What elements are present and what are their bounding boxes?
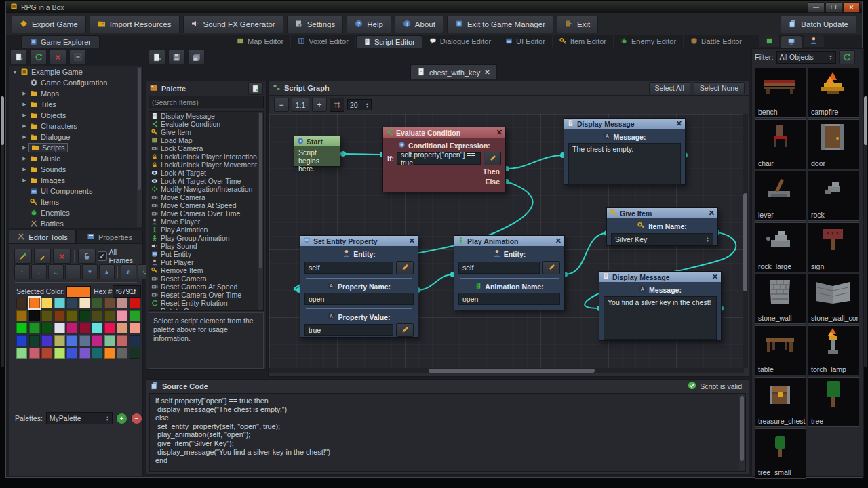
- palette-item-reset-camera-over-time[interactable]: Reset Camera Over Time: [149, 291, 263, 299]
- tab-dialogue-editor[interactable]: Dialogue Editor: [422, 35, 498, 47]
- palette-item-play-animation[interactable]: Play Animation: [149, 226, 263, 234]
- color-swatch[interactable]: [117, 298, 127, 308]
- snap-grid-toggle[interactable]: [330, 98, 344, 112]
- color-swatch[interactable]: [79, 348, 90, 359]
- palette-item-reset-camera[interactable]: Reset Camera: [149, 274, 263, 283]
- message-text-input[interactable]: You find a silver key in the chest!: [604, 296, 717, 340]
- tree-item-items[interactable]: Items: [9, 197, 142, 207]
- color-swatch[interactable]: [79, 336, 90, 346]
- close-node-icon[interactable]: ✕: [409, 237, 415, 245]
- tab-game-explorer[interactable]: Game Explorer: [21, 35, 100, 48]
- expander-icon[interactable]: ▶: [22, 167, 27, 172]
- expander-icon[interactable]: ▶: [22, 145, 27, 150]
- edit-condition-button[interactable]: [484, 152, 501, 165]
- close-node-icon[interactable]: ✕: [555, 237, 561, 245]
- palette-item-display-message[interactable]: Display Message: [149, 112, 263, 120]
- node-display-message-2[interactable]: Display Message✕ A Message: You find a s…: [599, 271, 722, 341]
- tree-item-enemies[interactable]: Enemies: [9, 207, 142, 218]
- hex-input[interactable]: f6791f: [113, 285, 141, 298]
- shift-up-button[interactable]: ↑: [14, 264, 30, 279]
- palette-item-move-camera[interactable]: Move Camera: [149, 193, 263, 201]
- add-palette-button[interactable]: +: [116, 413, 127, 424]
- condition-input[interactable]: self.property["open"] == true: [397, 152, 481, 165]
- object-thumb-lever[interactable]: lever: [755, 171, 806, 221]
- color-swatch[interactable]: [92, 310, 102, 321]
- node-play-animation[interactable]: Play Animation✕ Entity: self Animation N…: [454, 235, 565, 310]
- menu-sound-fx-generator[interactable]: Sound FX Generator: [183, 16, 283, 33]
- object-thumb-rock[interactable]: rock: [808, 171, 859, 221]
- palette-item-reset-entity-rotation[interactable]: Reset Entity Rotation: [149, 299, 263, 307]
- palette-item-load-map[interactable]: Load Map: [149, 136, 263, 144]
- color-swatch[interactable]: [54, 348, 65, 359]
- palette-item-move-camera-over-time[interactable]: Move Camera Over Time: [149, 209, 263, 218]
- batch-update-button[interactable]: Batch Update: [781, 16, 856, 33]
- raise-button[interactable]: ▲: [99, 264, 115, 279]
- new-file-button[interactable]: [149, 49, 165, 64]
- color-swatch[interactable]: [92, 298, 102, 308]
- tab-tiles-mini[interactable]: [759, 35, 779, 47]
- palette-expand-button[interactable]: [248, 82, 263, 95]
- color-swatch[interactable]: [29, 348, 40, 359]
- expander-icon[interactable]: ▶: [22, 134, 27, 140]
- palette-item-look-at-target[interactable]: Look At Target: [149, 169, 263, 177]
- menu-exit-to-game-manager[interactable]: Exit to Game Manager: [447, 16, 553, 33]
- expander-icon[interactable]: ▶: [22, 102, 27, 107]
- screen-right-scrollbar[interactable]: [864, 96, 867, 367]
- color-swatch[interactable]: [41, 323, 52, 333]
- zoom-in-button[interactable]: +: [312, 98, 327, 112]
- object-thumb-treasure_chest[interactable]: treasure_chest: [755, 377, 806, 427]
- shrink-button[interactable]: −: [65, 264, 81, 279]
- node-evaluate-condition[interactable]: Evaluate Condition✕ Conditional Expressi…: [382, 127, 506, 192]
- color-swatch[interactable]: [54, 298, 65, 308]
- shift-left-button[interactable]: ←: [48, 264, 64, 279]
- color-swatch[interactable]: [41, 348, 52, 359]
- document-tab[interactable]: chest_with_key ✕: [410, 64, 497, 79]
- color-swatch[interactable]: [104, 310, 115, 321]
- menu-export-game[interactable]: Export Game: [12, 16, 86, 33]
- edit-entity-button[interactable]: [542, 261, 560, 274]
- close-node-icon[interactable]: ✕: [496, 128, 502, 137]
- tab-script-editor[interactable]: Script Editor: [356, 35, 422, 48]
- remove-palette-button[interactable]: −: [131, 413, 142, 424]
- attach-tool-button[interactable]: [14, 249, 32, 264]
- color-swatch[interactable]: [104, 298, 115, 308]
- zoom-out-button[interactable]: −: [274, 98, 289, 112]
- animation-name-input[interactable]: open: [458, 293, 560, 305]
- tree-item-tiles[interactable]: ▶Tiles: [9, 99, 142, 110]
- source-scrollbar[interactable]: [739, 394, 745, 470]
- message-text-input[interactable]: The chest is empty.: [568, 143, 681, 185]
- color-swatch[interactable]: [66, 336, 77, 346]
- color-swatch[interactable]: [66, 310, 77, 321]
- palette-scrollbar[interactable]: [258, 112, 263, 310]
- tree-item-images[interactable]: ▶Images: [9, 175, 142, 186]
- color-swatch[interactable]: [29, 298, 40, 308]
- close-tab-icon[interactable]: ✕: [484, 68, 490, 76]
- palette-item-lock-unlock-player-movement[interactable]: Lock/Unlock Player Movement: [149, 161, 263, 169]
- expander-icon[interactable]: ▼: [12, 70, 18, 75]
- tree-item-sounds[interactable]: ▶Sounds: [9, 164, 142, 175]
- tree-item-objects[interactable]: ▶Objects: [9, 110, 142, 121]
- tab-editor-tools[interactable]: Editor Tools: [9, 230, 76, 244]
- delete-button[interactable]: [50, 49, 66, 64]
- color-swatch[interactable]: [54, 310, 65, 321]
- select-all-button[interactable]: Select All: [649, 82, 690, 94]
- new-script-button[interactable]: [10, 49, 27, 64]
- color-swatch[interactable]: [92, 336, 102, 346]
- color-swatch[interactable]: [130, 336, 140, 346]
- color-swatch[interactable]: [117, 336, 127, 346]
- graph-hscrollbar[interactable]: [269, 368, 744, 373]
- palette-item-reset-camera-at-speed[interactable]: Reset Camera At Speed: [149, 283, 263, 291]
- object-thumb-table[interactable]: table: [755, 325, 806, 375]
- palette-item-put-player[interactable]: Put Player: [149, 258, 263, 266]
- save-button[interactable]: [168, 49, 185, 64]
- tab-ui-editor[interactable]: UI Editor: [498, 35, 553, 47]
- tab-battle-editor[interactable]: Battle Editor: [684, 35, 749, 47]
- expander-icon[interactable]: ▶: [22, 123, 27, 129]
- menu-import-resources[interactable]: Import Resources: [90, 16, 180, 33]
- close-button[interactable]: ✕: [843, 2, 860, 13]
- lower-button[interactable]: ▼: [82, 264, 98, 279]
- tree-item-example-game[interactable]: ▼Example Game: [9, 66, 142, 77]
- graph-canvas[interactable]: Start Scriptbegins here. Evaluate Condit…: [269, 114, 744, 368]
- screen-left-scrollbar[interactable]: [1, 96, 4, 367]
- palette-search-input[interactable]: (Search Items): [149, 96, 264, 108]
